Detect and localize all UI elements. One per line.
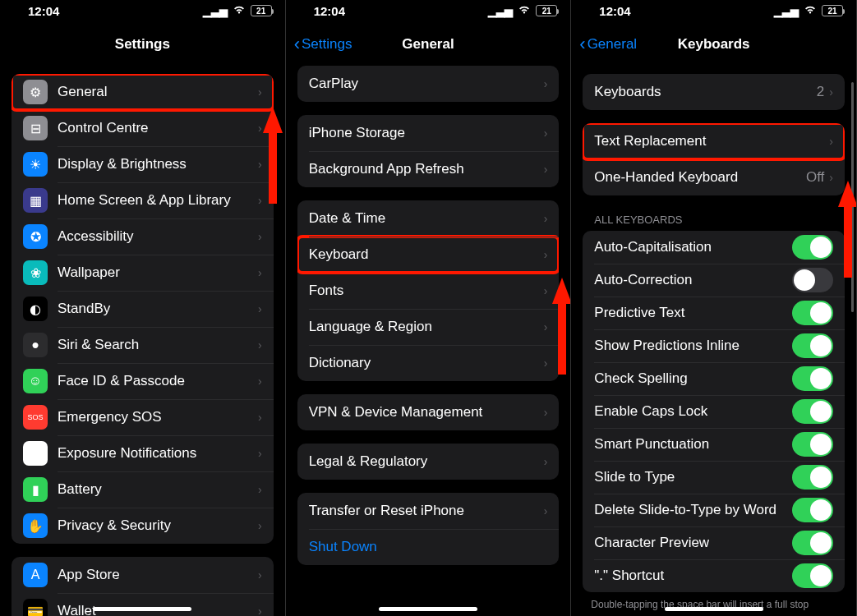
wifi-icon <box>233 5 246 17</box>
settings-list[interactable]: ⚙ General › ⊟ Control Centre › ☀ Display… <box>0 61 285 616</box>
toggle-row: "." Shortcut <box>583 559 845 592</box>
settings-row[interactable]: Background App Refresh › <box>297 151 560 187</box>
status-bar: 12:04 ▁▃▅ 21 <box>571 0 856 28</box>
wifi-icon <box>804 5 817 17</box>
back-button[interactable]: ‹ General <box>579 35 637 53</box>
page-title: Keyboards <box>678 36 750 53</box>
settings-row[interactable]: Fonts › <box>297 273 560 309</box>
toggle-label: Check Spelling <box>594 370 792 387</box>
back-button[interactable]: ‹ Settings <box>294 35 352 53</box>
chevron-right-icon: › <box>258 519 262 532</box>
settings-row[interactable]: Keyboards 2 › <box>583 74 845 110</box>
settings-row[interactable]: ❀ Wallpaper › <box>12 255 274 291</box>
toggle-row: Slide to Type <box>583 461 845 494</box>
cellular-icon: ▁▃▅ <box>488 5 513 17</box>
chevron-right-icon: › <box>544 356 548 370</box>
toggle-switch[interactable] <box>792 399 833 424</box>
settings-row[interactable]: ✹ Exposure Notifications › <box>12 435 274 471</box>
chevron-right-icon: › <box>258 85 262 99</box>
toggle-switch[interactable] <box>792 531 833 555</box>
row-label: Battery <box>58 481 258 498</box>
nav-bar: ‹ General Keyboards <box>571 28 856 61</box>
toggle-switch[interactable] <box>792 333 833 358</box>
toggle-switch[interactable] <box>792 366 833 391</box>
home-indicator[interactable] <box>379 607 477 611</box>
chevron-right-icon: › <box>829 135 833 148</box>
toggle-label: Slide to Type <box>594 469 792 485</box>
settings-row[interactable]: One-Handed Keyboard Off › <box>583 159 845 195</box>
settings-row[interactable]: ▮ Battery › <box>12 471 274 508</box>
general-list[interactable]: CarPlay › iPhone Storage › Background Ap… <box>286 57 571 613</box>
screen-keyboards: 12:04 ▁▃▅ 21 ‹ General Keyboards Keyboar… <box>571 0 857 616</box>
chevron-right-icon: › <box>258 605 262 616</box>
settings-row[interactable]: Language & Region › <box>297 309 560 345</box>
toggle-switch[interactable] <box>792 563 833 588</box>
settings-row[interactable]: VPN & Device Management › <box>297 394 560 430</box>
toggle-switch[interactable] <box>792 465 833 490</box>
chevron-right-icon: › <box>258 375 262 388</box>
row-value: Off <box>806 169 824 186</box>
settings-row[interactable]: Legal & Regulatory › <box>297 444 560 480</box>
settings-row[interactable]: iPhone Storage › <box>297 115 560 151</box>
chevron-right-icon: › <box>258 194 262 207</box>
toggle-switch[interactable] <box>792 268 833 292</box>
settings-row[interactable]: ☀ Display & Brightness › <box>12 146 274 182</box>
home-indicator[interactable] <box>93 607 191 611</box>
chevron-right-icon: › <box>258 411 262 424</box>
settings-row[interactable]: CarPlay › <box>297 66 560 102</box>
settings-row[interactable]: Transfer or Reset iPhone › <box>297 493 560 529</box>
row-label: iPhone Storage <box>309 125 544 141</box>
toggle-label: Smart Punctuation <box>594 436 792 453</box>
nav-bar: ‹ Settings General <box>286 28 571 61</box>
settings-row[interactable]: A App Store › <box>12 557 274 593</box>
row-label: VPN & Device Management <box>309 404 544 421</box>
chevron-right-icon: › <box>544 320 548 333</box>
settings-row[interactable]: ✋ Privacy & Security › <box>12 508 274 544</box>
toggle-label: Show Predictions Inline <box>594 338 792 354</box>
toggle-switch[interactable] <box>792 235 833 260</box>
toggle-row: Predictive Text <box>583 297 845 329</box>
row-icon: SOS <box>23 405 48 430</box>
row-icon: ⚙ <box>23 80 48 104</box>
row-icon: ⊟ <box>23 116 48 140</box>
settings-row[interactable]: Shut Down <box>297 529 560 565</box>
settings-row[interactable]: 💳 Wallet › <box>12 593 274 616</box>
page-title: Settings <box>115 36 170 53</box>
keyboards-list[interactable]: Keyboards 2 › Text Replacement › One-Han… <box>571 61 856 616</box>
settings-row[interactable]: ⚙ General › <box>12 74 274 110</box>
home-indicator[interactable] <box>665 607 763 611</box>
status-icons: ▁▃▅ 21 <box>488 5 557 17</box>
screen-settings: 12:04 ▁▃▅ 21 Settings ⚙ General › ⊟ Cont… <box>0 0 286 616</box>
toggle-label: Predictive Text <box>594 305 792 321</box>
settings-row[interactable]: Date & Time › <box>297 200 560 237</box>
toggle-switch[interactable] <box>792 498 833 522</box>
settings-row[interactable]: ✪ Accessibility › <box>12 218 274 255</box>
settings-row[interactable]: ☺ Face ID & Passcode › <box>12 363 274 399</box>
row-label: General <box>58 84 258 100</box>
row-icon: ▮ <box>23 477 48 502</box>
settings-row[interactable]: Dictionary › <box>297 345 560 381</box>
chevron-right-icon: › <box>544 406 548 419</box>
settings-row[interactable]: ⊟ Control Centre › <box>12 110 274 146</box>
toggle-switch[interactable] <box>792 432 833 457</box>
settings-row[interactable]: Text Replacement › <box>583 123 845 159</box>
chevron-right-icon: › <box>258 266 262 279</box>
row-label: CarPlay <box>309 76 544 92</box>
row-label: Text Replacement <box>594 133 829 149</box>
row-icon: ☀ <box>23 152 48 177</box>
toggle-row: Enable Caps Lock <box>583 395 845 428</box>
row-icon: ✪ <box>23 224 48 249</box>
chevron-right-icon: › <box>258 447 262 460</box>
settings-row[interactable]: ◐ StandBy › <box>12 291 274 327</box>
toggle-row: Auto-Capitalisation <box>583 231 845 264</box>
toggle-switch[interactable] <box>792 301 833 325</box>
screen-general: 12:04 ▁▃▅ 21 ‹ Settings General CarPlay … <box>286 0 572 616</box>
settings-row[interactable]: ▦ Home Screen & App Library › <box>12 182 274 218</box>
settings-row[interactable]: Keyboard › <box>297 237 560 273</box>
settings-row[interactable]: SOS Emergency SOS › <box>12 399 274 435</box>
annotation-arrow <box>838 181 857 207</box>
settings-row[interactable]: ● Siri & Search › <box>12 327 274 363</box>
chevron-right-icon: › <box>258 158 262 171</box>
page-title: General <box>402 36 454 53</box>
toggle-label: Delete Slide-to-Type by Word <box>594 502 792 518</box>
